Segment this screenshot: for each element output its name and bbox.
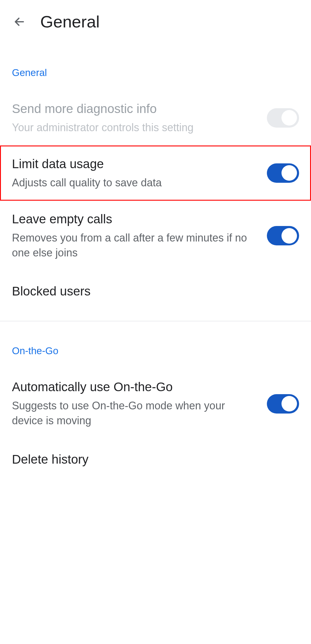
setting-subtitle: Removes you from a call after a few minu… <box>12 230 258 261</box>
toggle-knob <box>281 396 297 411</box>
page-title: General <box>40 12 100 31</box>
setting-limit-data-usage[interactable]: Limit data usage Adjusts call quality to… <box>0 145 311 201</box>
setting-text: Leave empty calls Removes you from a cal… <box>12 211 267 260</box>
setting-title: Send more diagnostic info <box>12 101 258 117</box>
setting-auto-on-the-go[interactable]: Automatically use On-the-Go Suggests to … <box>0 369 311 439</box>
back-button[interactable] <box>12 14 27 29</box>
setting-title: Leave empty calls <box>12 211 258 227</box>
setting-blocked-users[interactable]: Blocked users <box>0 271 311 312</box>
setting-leave-empty-calls[interactable]: Leave empty calls Removes you from a cal… <box>0 201 311 271</box>
setting-subtitle: Your administrator controls this setting <box>12 120 258 135</box>
section-header-general: General <box>0 43 311 90</box>
toggle-auto-on-the-go[interactable] <box>267 394 299 414</box>
setting-subtitle: Suggests to use On-the-Go mode when your… <box>12 398 258 428</box>
setting-text: Limit data usage Adjusts call quality to… <box>12 156 267 190</box>
setting-diagnostic-info: Send more diagnostic info Your administr… <box>0 90 311 145</box>
setting-delete-history[interactable]: Delete history <box>0 439 311 480</box>
toggle-knob <box>281 165 297 181</box>
toggle-knob <box>281 110 297 126</box>
toggle-knob <box>281 228 297 244</box>
app-header: General <box>0 0 311 43</box>
section-header-on-the-go: On-the-Go <box>0 321 311 369</box>
setting-title: Limit data usage <box>12 156 258 172</box>
setting-title: Automatically use On-the-Go <box>12 379 258 395</box>
toggle-limit-data[interactable] <box>267 163 299 183</box>
settings-content: General Send more diagnostic info Your a… <box>0 43 311 480</box>
setting-subtitle: Adjusts call quality to save data <box>12 175 258 190</box>
setting-text: Send more diagnostic info Your administr… <box>12 101 267 135</box>
setting-text: Automatically use On-the-Go Suggests to … <box>12 379 267 428</box>
toggle-leave-empty[interactable] <box>267 226 299 245</box>
toggle-diagnostic <box>267 108 299 128</box>
setting-title: Delete history <box>12 452 299 467</box>
setting-title: Blocked users <box>12 284 299 298</box>
arrow-left-icon <box>13 16 25 28</box>
